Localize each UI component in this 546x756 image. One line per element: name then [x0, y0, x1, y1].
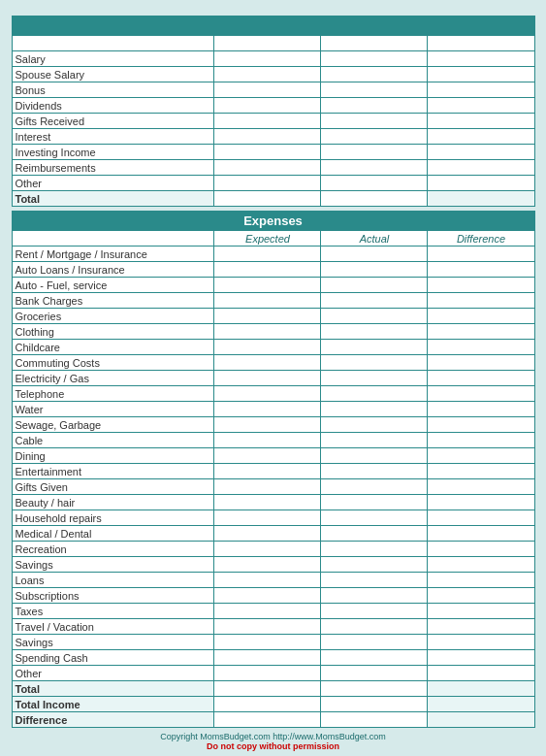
expenses-row-label: Sewage, Garbage — [12, 417, 214, 433]
table-row: Investing Income — [12, 145, 534, 160]
expenses-actual-cell — [321, 526, 428, 542]
table-row: Reimbursements — [12, 160, 534, 176]
expenses-expected-cell — [214, 433, 321, 448]
income-actual-cell — [321, 160, 428, 176]
income-actual-cell — [321, 145, 428, 160]
expenses-expected-cell — [214, 542, 321, 557]
expenses-actual-cell — [321, 588, 428, 604]
income-actual-cell — [321, 176, 428, 191]
expenses-actual-cell — [321, 464, 428, 479]
income-actual-header — [321, 36, 428, 51]
table-row: Entertainment — [12, 464, 534, 479]
expenses-row-label: Bank Charges — [12, 293, 214, 309]
income-col-headers — [12, 36, 534, 51]
expenses-actual-cell — [321, 386, 428, 402]
income-section-header — [12, 16, 534, 36]
expenses-actual-cell — [321, 712, 428, 728]
income-expected-cell — [214, 176, 321, 191]
income-expected-cell — [214, 191, 321, 207]
income-expected-cell — [214, 67, 321, 82]
expenses-difference-cell — [428, 479, 534, 495]
expenses-actual-cell — [321, 417, 428, 433]
expenses-expected-cell — [214, 697, 321, 712]
income-difference-cell — [428, 145, 534, 160]
expenses-actual-cell — [321, 681, 428, 697]
expenses-actual-cell — [321, 650, 428, 666]
income-row-label: Spouse Salary — [12, 67, 214, 82]
expenses-row-label: Commuting Costs — [12, 355, 214, 371]
table-row: Recreation — [12, 542, 534, 557]
expenses-row-label: Auto Loans / Insurance — [12, 262, 214, 278]
income-row-label: Interest — [12, 129, 214, 145]
expenses-expected-cell — [214, 666, 321, 681]
expenses-actual-cell — [321, 573, 428, 588]
expenses-difference-cell — [428, 510, 534, 526]
expenses-actual-cell — [321, 340, 428, 355]
expenses-row-label: Clothing — [12, 324, 214, 340]
income-difference-cell — [428, 114, 534, 129]
income-expected-cell — [214, 160, 321, 176]
expenses-col-header-2: Difference — [428, 231, 534, 247]
expenses-expected-cell — [214, 371, 321, 386]
expenses-row-label: Taxes — [12, 604, 214, 619]
income-actual-cell — [321, 191, 428, 207]
expenses-expected-cell — [214, 402, 321, 417]
income-row-label: Other — [12, 176, 214, 191]
expenses-actual-cell — [321, 604, 428, 619]
expenses-actual-cell — [321, 479, 428, 495]
expenses-row-label: Difference — [12, 712, 214, 728]
table-row: Savings — [12, 557, 534, 573]
expenses-difference-cell — [428, 417, 534, 433]
expenses-difference-cell — [428, 262, 534, 278]
expenses-actual-cell — [321, 402, 428, 417]
expenses-expected-cell — [214, 355, 321, 371]
expenses-row-label: Spending Cash — [12, 650, 214, 666]
expenses-row-label: Cable — [12, 433, 214, 448]
expenses-difference-cell — [428, 588, 534, 604]
expenses-row-label: Recreation — [12, 542, 214, 557]
expenses-row-label: Savings — [12, 557, 214, 573]
expenses-actual-cell — [321, 324, 428, 340]
income-expected-cell — [214, 114, 321, 129]
table-row: Bank Charges — [12, 293, 534, 309]
table-row: Loans — [12, 573, 534, 588]
expenses-actual-cell — [321, 278, 428, 293]
expenses-expected-cell — [214, 650, 321, 666]
expenses-col-header-1: Actual — [321, 231, 428, 247]
table-row: Total Income — [12, 697, 534, 712]
expenses-expected-cell — [214, 340, 321, 355]
table-row: Cable — [12, 433, 534, 448]
table-row: Sewage, Garbage — [12, 417, 534, 433]
income-expected-cell — [214, 82, 321, 98]
expenses-row-label: Travel / Vacation — [12, 619, 214, 635]
expenses-difference-cell — [428, 495, 534, 510]
expenses-difference-cell — [428, 371, 534, 386]
expenses-difference-cell — [428, 526, 534, 542]
expenses-expected-cell — [214, 464, 321, 479]
table-row: Childcare — [12, 340, 534, 355]
income-row-label: Total — [12, 191, 214, 207]
income-expected-cell — [214, 129, 321, 145]
expenses-row-label: Water — [12, 402, 214, 417]
income-row-label: Gifts Received — [12, 114, 214, 129]
expenses-difference-cell — [428, 402, 534, 417]
income-label-col — [12, 36, 214, 51]
expenses-table: ExpensesExpectedActualDifferenceRent / M… — [12, 211, 535, 728]
expenses-expected-cell — [214, 262, 321, 278]
expenses-row-label: Electricity / Gas — [12, 371, 214, 386]
expenses-actual-cell — [321, 293, 428, 309]
expenses-expected-cell — [214, 448, 321, 464]
expenses-row-label: Telephone — [12, 386, 214, 402]
table-row: Travel / Vacation — [12, 619, 534, 635]
expenses-expected-cell — [214, 293, 321, 309]
expenses-row-label: Dining — [12, 448, 214, 464]
expenses-difference-cell — [428, 697, 534, 712]
table-row: Interest — [12, 129, 534, 145]
expenses-row-label: Entertainment — [12, 464, 214, 479]
table-row: Water — [12, 402, 534, 417]
table-row: Dining — [12, 448, 534, 464]
expenses-row-label: Total — [12, 681, 214, 697]
table-row: Difference — [12, 712, 534, 728]
expenses-expected-cell — [214, 510, 321, 526]
expenses-actual-cell — [321, 371, 428, 386]
